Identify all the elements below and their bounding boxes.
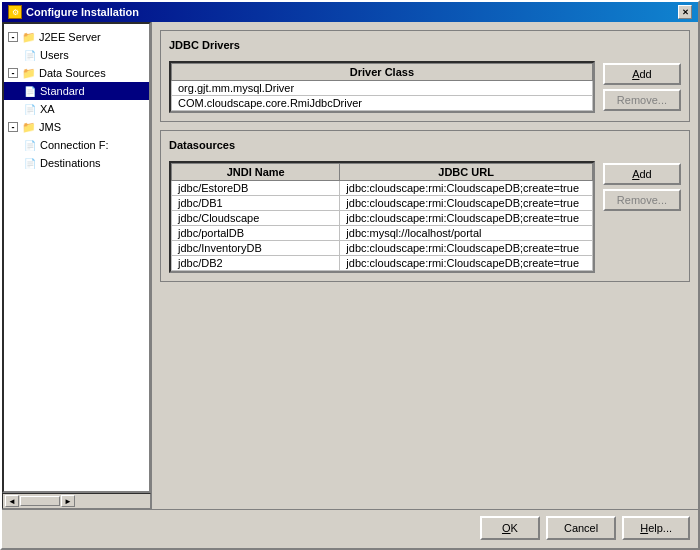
jdbc-remove-button[interactable]: Remove...: [603, 89, 681, 111]
jdbc-table-container: Driver Class org.gjt.mm.mysql.DriverCOM.…: [169, 61, 595, 113]
ds-url-cell: jdbc:mysql://localhost/portal: [340, 226, 593, 241]
cancel-button[interactable]: Cancel: [546, 516, 616, 540]
ok-button[interactable]: OK: [480, 516, 540, 540]
tree-panel: - 📁 J2EE Server 📄 Users - 📁 Data Sources: [2, 22, 151, 493]
ds-jndi-cell: jdbc/portalDB: [172, 226, 340, 241]
file-icon-xa: 📄: [22, 101, 38, 117]
jdbc-table-row[interactable]: org.gjt.mm.mysql.Driver: [172, 81, 593, 96]
jdbc-drivers-title: JDBC Drivers: [169, 39, 681, 51]
folder-icon-datasources: 📁: [21, 65, 37, 81]
tree-item-users[interactable]: 📄 Users: [4, 46, 149, 64]
tree-label-datasources: Data Sources: [39, 67, 106, 79]
folder-icon-jms: 📁: [21, 119, 37, 135]
scroll-right-btn[interactable]: ►: [61, 495, 75, 507]
ds-jndi-cell: jdbc/InventoryDB: [172, 241, 340, 256]
title-bar-left: ⚙ Configure Installation: [8, 5, 139, 19]
tree-label-standard: Standard: [40, 85, 85, 97]
ds-url-cell: jdbc:cloudscape:rmi:CloudscapeDB;create=…: [340, 211, 593, 226]
scroll-thumb[interactable]: [20, 496, 60, 506]
ds-table-row[interactable]: jdbc/portalDBjdbc:mysql://localhost/port…: [172, 226, 593, 241]
ds-table: JNDI Name JDBC URL jdbc/EstoreDBjdbc:clo…: [171, 163, 593, 271]
ds-jndi-cell: jdbc/DB2: [172, 256, 340, 271]
ds-table-row[interactable]: jdbc/InventoryDBjdbc:cloudscape:rmi:Clou…: [172, 241, 593, 256]
tree-hscrollbar[interactable]: ◄ ►: [2, 493, 151, 509]
tree-label-xa: XA: [40, 103, 55, 115]
tree-label-users: Users: [40, 49, 69, 61]
jdbc-add-button[interactable]: Add: [603, 63, 681, 85]
main-content: - 📁 J2EE Server 📄 Users - 📁 Data Sources: [2, 22, 698, 509]
jdbc-btn-group: Add Remove...: [603, 61, 681, 113]
tree-item-j2ee[interactable]: - 📁 J2EE Server: [4, 28, 149, 46]
tree-label-j2ee: J2EE Server: [39, 31, 101, 43]
file-icon-destinations: 📄: [22, 155, 38, 171]
ds-remove-button[interactable]: Remove...: [603, 189, 681, 211]
jdbc-col-header: Driver Class: [172, 64, 593, 81]
ds-add-button[interactable]: Add: [603, 163, 681, 185]
file-icon-connection: 📄: [22, 137, 38, 153]
ds-url-cell: jdbc:cloudscape:rmi:CloudscapeDB;create=…: [340, 256, 593, 271]
ds-jndi-cell: jdbc/EstoreDB: [172, 181, 340, 196]
scroll-left-btn[interactable]: ◄: [5, 495, 19, 507]
tree-label-jms: JMS: [39, 121, 61, 133]
jdbc-driver-cell: org.gjt.mm.mysql.Driver: [172, 81, 593, 96]
file-icon-standard: 📄: [22, 83, 38, 99]
datasources-section: Datasources JNDI Name JDBC URL jdbc/Es: [160, 130, 690, 282]
ds-table-row[interactable]: jdbc/Cloudscapejdbc:cloudscape:rmi:Cloud…: [172, 211, 593, 226]
ds-section-inner: JNDI Name JDBC URL jdbc/EstoreDBjdbc:clo…: [169, 161, 681, 273]
right-panel: JDBC Drivers Driver Class org.gjt.mm.mys…: [152, 22, 698, 509]
footer: OK Cancel Help...: [2, 509, 698, 548]
ds-table-container: JNDI Name JDBC URL jdbc/EstoreDBjdbc:clo…: [169, 161, 595, 273]
title-bar: ⚙ Configure Installation ✕: [2, 2, 698, 22]
help-button[interactable]: Help...: [622, 516, 690, 540]
file-icon-users: 📄: [22, 47, 38, 63]
left-panel-wrapper: - 📁 J2EE Server 📄 Users - 📁 Data Sources: [2, 22, 152, 509]
ds-url-cell: jdbc:cloudscape:rmi:CloudscapeDB;create=…: [340, 241, 593, 256]
ds-table-row[interactable]: jdbc/EstoreDBjdbc:cloudscape:rmi:Cloudsc…: [172, 181, 593, 196]
datasources-title: Datasources: [169, 139, 681, 151]
ds-col-jndi: JNDI Name: [172, 164, 340, 181]
ds-url-cell: jdbc:cloudscape:rmi:CloudscapeDB;create=…: [340, 181, 593, 196]
expand-icon-j2ee[interactable]: -: [8, 32, 18, 42]
tree-item-jms[interactable]: - 📁 JMS: [4, 118, 149, 136]
tree-item-xa[interactable]: 📄 XA: [4, 100, 149, 118]
window-icon: ⚙: [8, 5, 22, 19]
ds-btn-group: Add Remove...: [603, 161, 681, 273]
configure-installation-window: ⚙ Configure Installation ✕ - 📁 J2EE Serv…: [0, 0, 700, 550]
jdbc-section-inner: Driver Class org.gjt.mm.mysql.DriverCOM.…: [169, 61, 681, 113]
title-controls: ✕: [678, 5, 692, 19]
tree-label-destinations: Destinations: [40, 157, 101, 169]
tree-item-connection[interactable]: 📄 Connection F:: [4, 136, 149, 154]
ds-url-cell: jdbc:cloudscape:rmi:CloudscapeDB;create=…: [340, 196, 593, 211]
ds-jndi-cell: jdbc/DB1: [172, 196, 340, 211]
tree-label-connection: Connection F:: [40, 139, 108, 151]
ds-table-row[interactable]: jdbc/DB1jdbc:cloudscape:rmi:CloudscapeDB…: [172, 196, 593, 211]
expand-icon-jms[interactable]: -: [8, 122, 18, 132]
ds-table-row[interactable]: jdbc/DB2jdbc:cloudscape:rmi:CloudscapeDB…: [172, 256, 593, 271]
tree-item-standard[interactable]: 📄 Standard: [4, 82, 149, 100]
ds-jndi-cell: jdbc/Cloudscape: [172, 211, 340, 226]
close-button[interactable]: ✕: [678, 5, 692, 19]
expand-icon-datasources[interactable]: -: [8, 68, 18, 78]
ds-col-url: JDBC URL: [340, 164, 593, 181]
tree-item-destinations[interactable]: 📄 Destinations: [4, 154, 149, 172]
jdbc-table-row[interactable]: COM.cloudscape.core.RmiJdbcDriver: [172, 96, 593, 111]
jdbc-drivers-section: JDBC Drivers Driver Class org.gjt.mm.mys…: [160, 30, 690, 122]
folder-icon-j2ee: 📁: [21, 29, 37, 45]
jdbc-driver-cell: COM.cloudscape.core.RmiJdbcDriver: [172, 96, 593, 111]
window-title: Configure Installation: [26, 6, 139, 18]
jdbc-table: Driver Class org.gjt.mm.mysql.DriverCOM.…: [171, 63, 593, 111]
tree-item-datasources[interactable]: - 📁 Data Sources: [4, 64, 149, 82]
